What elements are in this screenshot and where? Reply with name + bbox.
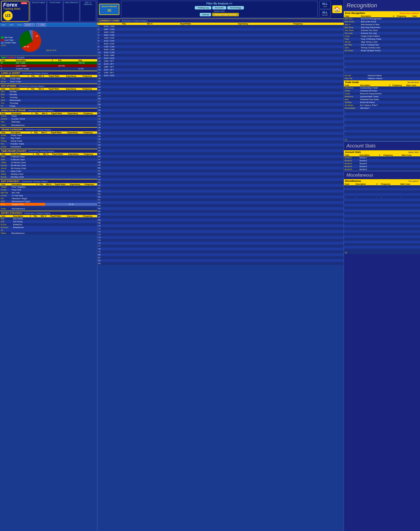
row-desc: 60-Minute Chart [10, 164, 32, 167]
currency-pair [103, 161, 122, 164]
currency-row: 80 [97, 253, 344, 256]
home-button[interactable]: 🏠 [332, 5, 342, 13]
currency-num: 57 [97, 187, 103, 190]
all-year-control[interactable]: ALL Year [319, 1, 330, 9]
currency-pair [103, 242, 122, 245]
trading-log-button[interactable]: Trading Log [195, 6, 211, 9]
row-code: Bad Exit [344, 17, 360, 20]
table-row: TueTuesday [0, 96, 97, 99]
currency-num: 79 [97, 250, 103, 253]
terminology-button[interactable]: Terminology [227, 6, 244, 9]
row-desc: Do I Have a 'Plan'? [359, 104, 388, 107]
currency-num: 2 [97, 28, 103, 31]
currency-pair [103, 198, 122, 201]
ultimate-trade-button[interactable]: Ultimate Trade Scenario [212, 13, 239, 16]
chart-value2: 100.00, 67% [46, 49, 56, 51]
row-code: Great [344, 89, 359, 92]
all-month-control[interactable]: ALL Month [319, 9, 331, 18]
stat-current-value: Current Value [47, 1, 63, 22]
currency-num: 12 [97, 57, 103, 60]
currency-pair [103, 204, 122, 207]
currency-row: 71 [97, 227, 344, 230]
journal-button[interactable]: Journal [200, 13, 211, 16]
misc-row [344, 222, 420, 225]
row-code: Stop [0, 203, 11, 206]
currency-num: 71 [97, 227, 103, 230]
row-code: Day [0, 170, 10, 173]
currency-row: 32 [97, 115, 344, 117]
row-desc: Bad Order Entry [360, 20, 392, 23]
currency-num: 55 [97, 181, 103, 184]
table-row: No RulesDo I Have a 'Plan'? [344, 104, 420, 107]
wl-pl-loss: (40.00) [57, 64, 78, 67]
table-row: WeekWeekly Chart [0, 173, 97, 176]
na-cell: N / A [45, 203, 97, 206]
accounts-button[interactable]: Accounts [212, 6, 226, 9]
currency-pair [103, 250, 122, 253]
currency-pairs-header: CURRENCY PAIRS Performance Tracking Cate… [97, 19, 344, 23]
stat-account-capital: Account Capital [30, 1, 46, 22]
table-row: MonMonday [0, 93, 97, 96]
currency-pair [103, 233, 122, 236]
row-code: Month [0, 176, 10, 178]
row-desc: Bad Reward to Risk [360, 23, 392, 26]
table-row: FriFriday [0, 105, 97, 107]
currency-pair [103, 239, 122, 242]
row-code: Hourly [0, 164, 10, 167]
currency-num: 59 [97, 193, 103, 195]
currency-pair [103, 83, 122, 86]
hide-button[interactable]: << HIDE [36, 23, 46, 26]
long-short-table: Code Description # P&L Win % Payoff Rati… [0, 75, 97, 83]
currency-row: 35 [97, 123, 344, 126]
misc-row [344, 243, 420, 246]
table-row: Broker5Broker5 [344, 168, 420, 171]
wl-row-scratch: X Scratch Trade 10.00 [0, 67, 97, 70]
currency-num: 50 [97, 167, 103, 169]
currency-pair [103, 167, 122, 169]
show-button[interactable]: SHOW >> [24, 23, 35, 26]
currency-pair [103, 213, 122, 216]
currency-pair [103, 193, 122, 195]
row-code: Target [0, 185, 11, 188]
send-mentor-button[interactable]: Send to Mentor ✉ [99, 4, 119, 15]
wl-row-win: W Win Trade 100.00 [0, 61, 97, 64]
row-code: 4Hour [0, 167, 10, 170]
row-desc: Thursday [9, 102, 27, 105]
currency-row: 29 [97, 106, 344, 109]
row-desc: Scalp Trade [10, 134, 30, 137]
direction-title: DIRECTION of TRADE [1, 109, 26, 112]
currency-num: 22 [97, 86, 103, 89]
currency-row: 28 [97, 103, 344, 106]
currency-row: 6AUD / CHF [97, 39, 344, 42]
entry-footer-row-1: 25 [0, 229, 97, 232]
error-recognition-header: Error Recognition Abolish these mistakes… [344, 11, 420, 15]
ls-col-desc: Description [9, 75, 27, 77]
table-row: Bad ExitBad Exit Management [344, 17, 420, 20]
currency-num: 56 [97, 184, 103, 187]
currency-pair [103, 224, 122, 227]
currency-num: 33 [97, 117, 103, 120]
row-desc: Trend [10, 115, 31, 117]
trade-grade-header: Trade Grade Job well done! [344, 80, 420, 84]
table-row: Too SoonEntered Too Soon [344, 29, 420, 32]
long-short-perf: Performance Tracking Category [22, 72, 48, 74]
table-row: No RulesBroke Multiple Rules! [344, 49, 420, 52]
currency-pair: NZD / USD [103, 34, 122, 37]
row-desc: Broker4 [359, 165, 378, 168]
currency-pair [103, 236, 122, 239]
table-row: GreatFollowed All Rules [344, 89, 420, 92]
currency-num: 24 [97, 91, 103, 94]
row-desc: Bad Stop Placement [360, 26, 392, 29]
table-row: StopStopped OutN / A [0, 203, 97, 206]
int-fall-desc: Internet Failure [367, 74, 408, 77]
currency-pair [103, 181, 122, 184]
currency-num: 51 [97, 169, 103, 172]
currency-num: 4 [97, 34, 103, 37]
currency-num: 53 [97, 175, 103, 178]
currency-pair [103, 141, 122, 143]
currency-pair [103, 97, 122, 100]
ls-row-long: Long Long Trade [0, 77, 97, 80]
row-desc: Bad Exit Management [360, 17, 392, 20]
row-desc: Faulty Chart Pattern [360, 35, 392, 38]
ls-code-short: Short [0, 80, 9, 83]
